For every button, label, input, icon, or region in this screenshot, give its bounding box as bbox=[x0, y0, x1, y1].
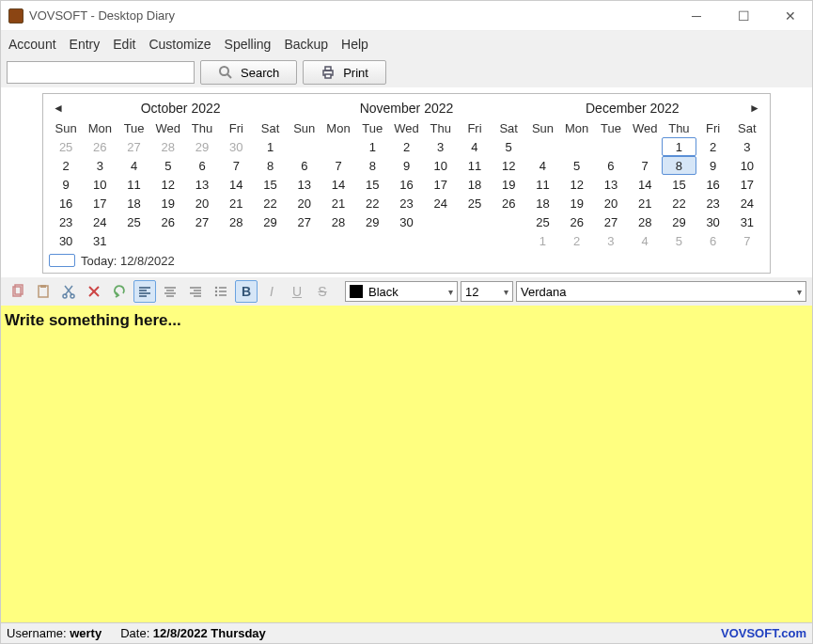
calendar-day[interactable]: 6 bbox=[288, 156, 321, 175]
calendar-day[interactable]: 9 bbox=[696, 156, 730, 175]
calendar-day[interactable]: 30 bbox=[219, 137, 253, 156]
calendar-day[interactable]: 29 bbox=[662, 212, 696, 231]
calendar-day[interactable]: 26 bbox=[560, 212, 594, 231]
calendar-day[interactable]: 2 bbox=[389, 137, 423, 156]
calendar-day[interactable]: 3 bbox=[730, 137, 764, 156]
calendar-day[interactable]: 17 bbox=[83, 194, 117, 212]
calendar-day[interactable]: 3 bbox=[424, 137, 458, 156]
brand-link[interactable]: VOVSOFT.com bbox=[721, 626, 806, 640]
menu-account[interactable]: Account bbox=[8, 37, 56, 52]
month-label-1[interactable]: November 2022 bbox=[293, 101, 519, 116]
calendar-day[interactable]: 7 bbox=[628, 156, 662, 175]
calendar-day[interactable]: 16 bbox=[49, 194, 83, 212]
calendar-day[interactable]: 25 bbox=[117, 212, 150, 231]
calendar-day[interactable]: 27 bbox=[117, 137, 150, 156]
calendar-day[interactable]: 12 bbox=[492, 156, 525, 175]
calendar-day[interactable]: 26 bbox=[83, 137, 117, 156]
diary-editor[interactable]: Write something here... bbox=[1, 306, 812, 622]
calendar-day[interactable]: 11 bbox=[458, 156, 492, 175]
calendar-day[interactable]: 24 bbox=[83, 212, 117, 231]
calendar-day[interactable]: 4 bbox=[117, 156, 150, 175]
calendar-day[interactable]: 10 bbox=[424, 156, 458, 175]
next-month-button[interactable]: ► bbox=[745, 102, 764, 115]
calendar-day[interactable]: 31 bbox=[83, 231, 117, 250]
font-family-select[interactable]: Verdana ▾ bbox=[516, 281, 806, 302]
today-link[interactable]: Today: 12/8/2022 bbox=[49, 250, 764, 271]
calendar-day[interactable]: 15 bbox=[253, 175, 287, 194]
menu-entry[interactable]: Entry bbox=[70, 37, 101, 52]
delete-button[interactable] bbox=[83, 280, 105, 303]
calendar-day[interactable]: 3 bbox=[594, 231, 628, 250]
calendar-day[interactable]: 15 bbox=[662, 175, 696, 194]
calendar-day[interactable]: 15 bbox=[355, 175, 389, 194]
calendar-day[interactable]: 21 bbox=[321, 194, 355, 212]
minimize-button[interactable]: ─ bbox=[682, 7, 711, 25]
calendar-day[interactable]: 26 bbox=[492, 194, 525, 212]
italic-button[interactable]: I bbox=[260, 280, 283, 303]
search-input[interactable] bbox=[7, 61, 195, 84]
month-label-2[interactable]: December 2022 bbox=[520, 101, 745, 116]
calendar-day[interactable]: 3 bbox=[83, 156, 117, 175]
prev-month-button[interactable]: ◄ bbox=[49, 102, 68, 115]
calendar-day[interactable]: 19 bbox=[560, 194, 594, 212]
calendar-day[interactable]: 17 bbox=[730, 175, 764, 194]
bullet-list-button[interactable] bbox=[210, 280, 232, 303]
calendar-day[interactable]: 24 bbox=[424, 194, 458, 212]
calendar-day[interactable]: 11 bbox=[117, 175, 150, 194]
calendar-day[interactable]: 27 bbox=[288, 212, 321, 231]
underline-button[interactable]: U bbox=[286, 280, 308, 303]
calendar-day[interactable]: 10 bbox=[730, 156, 764, 175]
calendar-day[interactable]: 13 bbox=[185, 175, 219, 194]
calendar-day[interactable]: 22 bbox=[253, 194, 287, 212]
calendar-day[interactable]: 6 bbox=[185, 156, 219, 175]
calendar-day[interactable]: 20 bbox=[185, 194, 219, 212]
calendar-day[interactable]: 4 bbox=[525, 156, 559, 175]
calendar-day[interactable]: 6 bbox=[696, 231, 730, 250]
calendar-day[interactable]: 13 bbox=[288, 175, 321, 194]
calendar-day[interactable]: 12 bbox=[151, 175, 185, 194]
calendar-day[interactable]: 22 bbox=[662, 194, 696, 212]
calendar-day[interactable]: 14 bbox=[219, 175, 253, 194]
calendar-day[interactable]: 1 bbox=[355, 137, 389, 156]
calendar-day[interactable]: 8 bbox=[253, 156, 287, 175]
menu-customize[interactable]: Customize bbox=[149, 37, 211, 52]
month-label-0[interactable]: October 2022 bbox=[68, 101, 293, 116]
calendar-day[interactable]: 1 bbox=[253, 137, 287, 156]
calendar-day[interactable]: 5 bbox=[492, 137, 525, 156]
calendar-day[interactable]: 9 bbox=[389, 156, 423, 175]
calendar-day[interactable]: 8 bbox=[662, 156, 696, 175]
search-button[interactable]: Search bbox=[200, 60, 297, 85]
print-button[interactable]: Print bbox=[303, 60, 386, 85]
calendar-day[interactable]: 4 bbox=[628, 231, 662, 250]
bold-button[interactable]: B bbox=[235, 280, 258, 303]
calendar-day[interactable]: 21 bbox=[628, 194, 662, 212]
calendar-day[interactable]: 23 bbox=[49, 212, 83, 231]
calendar-day[interactable]: 24 bbox=[730, 194, 764, 212]
font-size-select[interactable]: 12 ▾ bbox=[461, 281, 513, 302]
calendar-day[interactable]: 29 bbox=[253, 212, 287, 231]
calendar-day[interactable]: 11 bbox=[525, 175, 559, 194]
calendar-day[interactable]: 14 bbox=[628, 175, 662, 194]
calendar-day[interactable]: 26 bbox=[151, 212, 185, 231]
calendar-day[interactable]: 2 bbox=[696, 137, 730, 156]
paste-button[interactable] bbox=[32, 280, 55, 303]
menu-help[interactable]: Help bbox=[341, 37, 368, 52]
calendar-day[interactable]: 5 bbox=[662, 231, 696, 250]
calendar-day[interactable]: 18 bbox=[525, 194, 559, 212]
calendar-day[interactable]: 5 bbox=[560, 156, 594, 175]
calendar-day[interactable]: 2 bbox=[49, 156, 83, 175]
calendar-day[interactable]: 25 bbox=[525, 212, 559, 231]
calendar-day[interactable]: 30 bbox=[49, 231, 83, 250]
calendar-day[interactable]: 6 bbox=[594, 156, 628, 175]
calendar-day[interactable]: 20 bbox=[594, 194, 628, 212]
calendar-day[interactable]: 9 bbox=[49, 175, 83, 194]
calendar-day[interactable]: 28 bbox=[219, 212, 253, 231]
calendar-day[interactable]: 28 bbox=[321, 212, 355, 231]
calendar-day[interactable]: 12 bbox=[560, 175, 594, 194]
calendar-day[interactable]: 29 bbox=[355, 212, 389, 231]
calendar-day[interactable]: 1 bbox=[525, 231, 559, 250]
calendar-day[interactable]: 7 bbox=[321, 156, 355, 175]
calendar-day[interactable]: 30 bbox=[696, 212, 730, 231]
calendar-day[interactable]: 23 bbox=[696, 194, 730, 212]
calendar-day[interactable]: 21 bbox=[219, 194, 253, 212]
